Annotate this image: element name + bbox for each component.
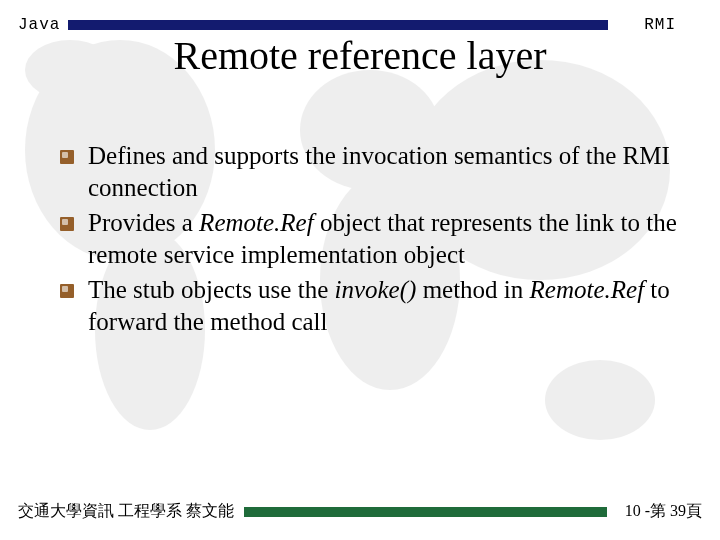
list-item: Provides a Remote.Ref object that repres… (60, 207, 690, 270)
footer-left-label: 交通大學資訊 工程學系 蔡文能 (18, 501, 234, 522)
slide-title: Remote reference layer (0, 32, 720, 79)
slide-footer: 交通大學資訊 工程學系 蔡文能 10 -第 39頁 (0, 501, 720, 522)
list-item-text: Provides a Remote.Ref object that repres… (88, 207, 690, 270)
list-item-text: The stub objects use the invoke() method… (88, 274, 690, 337)
list-item: The stub objects use the invoke() method… (60, 274, 690, 337)
list-item-text: Defines and supports the invocation sema… (88, 140, 690, 203)
footer-right-label: 10 -第 39頁 (625, 501, 702, 522)
header-bar (68, 20, 608, 30)
bullet-icon (60, 217, 74, 231)
list-item: Defines and supports the invocation sema… (60, 140, 690, 203)
bullet-list: Defines and supports the invocation sema… (60, 140, 690, 341)
footer-bar (244, 507, 607, 517)
bullet-icon (60, 284, 74, 298)
bullet-icon (60, 150, 74, 164)
